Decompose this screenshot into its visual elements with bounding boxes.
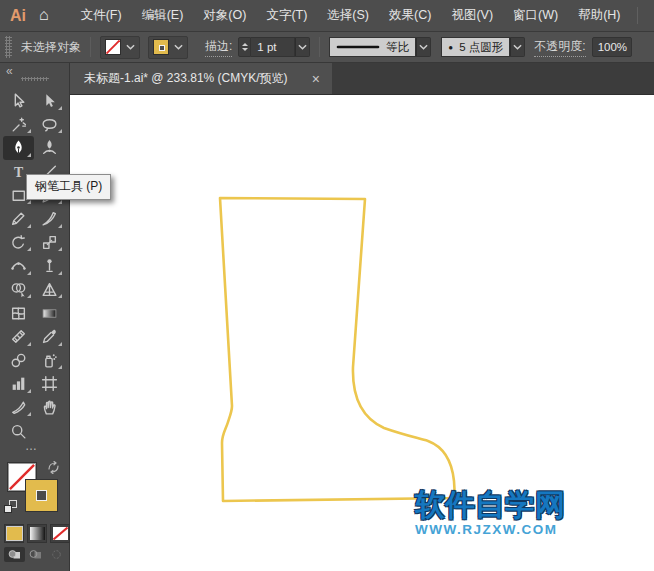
selection-tool[interactable] <box>3 89 34 113</box>
stroke-color-swatch[interactable] <box>153 39 169 55</box>
divider <box>319 37 320 57</box>
document-tab[interactable]: 未标题-1.ai* @ 233.81% (CMYK/预览) × <box>70 63 332 94</box>
menu-window[interactable]: 窗口(W) <box>503 7 568 24</box>
menu-effect[interactable]: 效果(C) <box>379 7 441 24</box>
rotate-tool[interactable] <box>3 231 34 255</box>
draw-normal-mode[interactable] <box>4 547 25 562</box>
brush-dot-icon: ● <box>448 43 453 52</box>
measure-ruler-icon <box>10 328 27 345</box>
stroke-label[interactable]: 描边: <box>205 38 232 57</box>
gradient-button[interactable] <box>27 524 47 543</box>
rectangle-icon <box>10 187 27 204</box>
shape-builder-tool[interactable] <box>3 278 34 302</box>
eyedropper-icon <box>41 328 58 345</box>
brush-definition-dropdown[interactable] <box>510 37 525 57</box>
hand-tool[interactable] <box>34 396 65 420</box>
collapse-panel-icon[interactable]: « <box>6 64 12 78</box>
stroke-well-yellow[interactable] <box>26 480 57 511</box>
menu-file[interactable]: 文件(F) <box>71 7 132 24</box>
artboard-tool[interactable] <box>34 372 65 396</box>
blend-icon <box>10 352 27 369</box>
fill-color-control[interactable] <box>100 36 140 59</box>
scale-tool[interactable] <box>34 231 65 255</box>
control-bar: 未选择对象 描边: 1 pt <box>0 32 654 63</box>
free-transform-tool[interactable] <box>34 254 65 278</box>
mesh-tool[interactable] <box>3 301 34 325</box>
stroke-weight-input[interactable]: 1 pt <box>251 37 295 57</box>
empty-cell <box>34 419 65 443</box>
color-button[interactable] <box>4 524 24 543</box>
stroke-weight-stepper[interactable] <box>238 37 251 57</box>
pen-tool-tooltip: 钢笔工具 (P) <box>26 174 111 200</box>
slice-tool[interactable] <box>3 396 34 420</box>
shaper-pencil-tool[interactable] <box>3 207 34 231</box>
slice-knife-icon <box>10 399 27 416</box>
stroke-weight-dropdown[interactable] <box>295 37 310 57</box>
mesh-icon <box>10 305 27 322</box>
close-tab-icon[interactable]: × <box>310 72 322 86</box>
measure-tool[interactable] <box>3 325 34 349</box>
chevron-down-icon <box>298 44 307 50</box>
column-graph-tool[interactable] <box>3 372 34 396</box>
perspective-grid-icon <box>41 281 58 298</box>
stroke-color-control[interactable] <box>148 36 188 59</box>
magic-wand-tool[interactable] <box>3 113 34 137</box>
pen-icon <box>10 139 27 156</box>
artboard-canvas[interactable]: 软件自学网 WWW.RJZXW.COM <box>70 95 654 571</box>
menu-help[interactable]: 帮助(H) <box>568 7 630 24</box>
width-profile-dropdown[interactable] <box>416 37 431 57</box>
edit-toolbar-button[interactable]: … <box>0 442 62 450</box>
watermark-url: WWW.RJZXW.COM <box>415 523 565 537</box>
direct-selection-arrow-icon <box>41 92 58 109</box>
draw-normal-icon <box>8 549 21 560</box>
opacity-input[interactable]: 100% <box>592 37 632 57</box>
width-profile-select[interactable]: 等比 <box>329 37 416 57</box>
chevron-down-icon <box>513 44 522 50</box>
menu-object[interactable]: 对象(O) <box>193 7 256 24</box>
symbol-sprayer-tool[interactable] <box>34 349 65 373</box>
none-button[interactable] <box>50 524 70 543</box>
selection-arrow-icon <box>10 92 27 109</box>
boot-outline-path <box>220 198 455 501</box>
document-tab-title: 未标题-1.ai* @ 233.81% (CMYK/预览) <box>84 70 302 87</box>
fill-none-swatch[interactable] <box>105 39 121 55</box>
perspective-grid-tool[interactable] <box>34 278 65 302</box>
ai-logo: Ai <box>0 7 35 25</box>
hand-icon <box>41 399 58 416</box>
brush-definition-select[interactable]: ● 5 点圆形 <box>441 37 510 57</box>
eyedropper-tool[interactable] <box>34 325 65 349</box>
width-tool[interactable] <box>3 254 34 278</box>
draw-behind-mode[interactable] <box>25 547 46 562</box>
pen-tool[interactable] <box>3 136 34 160</box>
draw-inside-mode[interactable] <box>46 547 67 562</box>
opacity-label[interactable]: 不透明度: <box>534 38 585 57</box>
lasso-tool[interactable] <box>34 113 65 137</box>
menu-type[interactable]: 文字(T) <box>256 7 317 24</box>
width-tool-icon <box>10 257 27 274</box>
gradient-tool[interactable] <box>34 301 65 325</box>
home-icon[interactable]: ⌂ <box>35 6 59 26</box>
panel-grip-icon[interactable] <box>21 77 49 81</box>
swap-fill-stroke-icon[interactable] <box>47 461 60 474</box>
panel-grip-icon[interactable] <box>5 36 12 58</box>
menu-edit[interactable]: 编辑(E) <box>132 7 194 24</box>
blend-tool[interactable] <box>3 349 34 373</box>
curvature-tool[interactable] <box>34 136 65 160</box>
chevron-down-icon[interactable] <box>174 44 183 50</box>
tools-panel: « <box>0 63 70 571</box>
menu-view[interactable]: 视图(V) <box>441 7 503 24</box>
gradient-icon <box>41 305 58 322</box>
svg-text:T: T <box>14 165 23 180</box>
drawing-modes <box>4 547 67 562</box>
chevron-down-icon <box>419 44 428 50</box>
eraser-knife-tool[interactable] <box>34 207 65 231</box>
chevron-down-icon[interactable] <box>126 44 135 50</box>
direct-selection-tool[interactable] <box>34 89 65 113</box>
shape-builder-icon <box>10 281 27 298</box>
illustrator-window: Ai ⌂ 文件(F) 编辑(E) 对象(O) 文字(T) 选择(S) 效果(C)… <box>0 0 654 571</box>
tool-grid: T <box>3 89 65 443</box>
default-fill-stroke-icon[interactable] <box>4 500 17 513</box>
divider <box>637 7 638 24</box>
draw-behind-icon <box>29 549 42 560</box>
menu-select[interactable]: 选择(S) <box>317 7 379 24</box>
